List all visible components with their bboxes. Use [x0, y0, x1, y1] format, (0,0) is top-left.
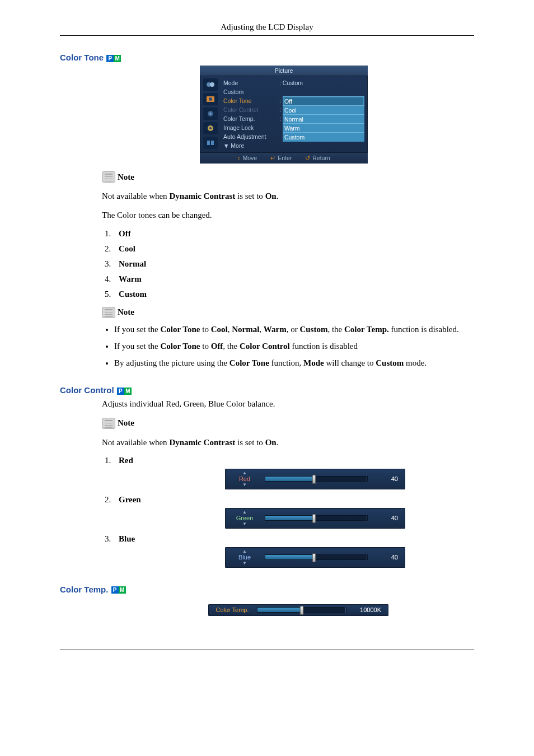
osd-label: Color Control — [223, 106, 279, 113]
list-item: Warm — [113, 274, 474, 284]
slider-track — [265, 554, 368, 560]
osd-foot-label: Return — [312, 155, 330, 161]
list-item: Cool — [113, 244, 474, 254]
note-block: Note — [102, 171, 474, 183]
slider-track — [257, 607, 346, 613]
note-label: Note — [118, 172, 134, 182]
slider-value: 10000K — [352, 606, 381, 613]
slider-thumb — [312, 553, 316, 562]
slider-color-temp: Color Temp. 10000K — [208, 604, 388, 616]
list-item-label: Red — [119, 456, 133, 465]
slider-fill — [265, 477, 314, 481]
section-heading-text: Color Temp. — [60, 585, 108, 594]
slider-thumb — [312, 514, 316, 523]
slider-green: ▲Green▼ 40 — [225, 508, 405, 529]
p-icon: P — [111, 586, 119, 594]
note-block: Note — [102, 307, 474, 318]
osd-dropdown: Normal — [283, 114, 364, 124]
color-tone-options-list: Off Cool Normal Warm Custom — [102, 229, 474, 299]
osd-foot-label: Enter — [278, 155, 292, 161]
osd-icon-multi — [203, 137, 218, 149]
osd-label: Custom — [223, 88, 279, 95]
page: Adjusting the LCD Display Color Tone PM … — [60, 22, 474, 673]
enter-icon — [270, 155, 275, 161]
osd-row-disabled: Color Control : Cool — [223, 105, 364, 114]
list-item-label: Cool — [119, 244, 135, 253]
osd-foot-move: Move — [237, 155, 257, 161]
list-item: If you set the Color Tone to Off, the Co… — [114, 340, 474, 352]
list-item: Green ▲Green▼ 40 — [113, 495, 474, 529]
note-label: Note — [118, 418, 134, 428]
arrow-down-icon: ▼ — [242, 561, 247, 566]
osd-dropdown: Custom — [283, 132, 364, 142]
note-icon — [102, 307, 115, 318]
osd-dropdown: Cool — [283, 105, 364, 115]
list-item: Red ▲Red▼ 40 — [113, 456, 474, 489]
osd-row: Color Temp. : Normal — [223, 114, 364, 123]
paragraph: The Color tones can be changed. — [102, 209, 474, 221]
osd-icon-sound — [203, 108, 218, 120]
slider-label: ▲Red▼ — [230, 471, 259, 487]
return-icon — [305, 155, 310, 161]
list-item-label: Warm — [119, 274, 142, 283]
osd-main: Mode: Custom Custom Color Tone : Off Col… — [221, 76, 368, 152]
osd-label: Auto Adjustment — [223, 133, 279, 140]
slider-thumb — [300, 606, 304, 615]
header-rule — [60, 35, 474, 36]
note-block: Note — [102, 418, 474, 429]
osd-row: Custom — [223, 87, 364, 96]
arrow-down-icon: ▼ — [242, 483, 247, 487]
osd-dropdown: Warm — [283, 123, 364, 133]
note-paragraph: Not available when Dynamic Contrast is s… — [102, 190, 474, 202]
section-body-color-tone: Note Not available when Dynamic Contrast… — [102, 171, 474, 368]
osd-label: Color Tone — [223, 97, 279, 104]
osd-icon-input — [203, 78, 218, 91]
slider-value: 40 — [373, 515, 398, 521]
m-icon: M — [119, 586, 126, 594]
osd-icon-setup — [203, 122, 218, 134]
osd-row: Auto Adjustment Custom — [223, 132, 364, 141]
slider-name: Blue — [238, 554, 251, 561]
slider-name: Red — [239, 475, 250, 483]
slider-tick — [367, 476, 367, 482]
osd-dropdown: Off — [283, 96, 364, 106]
list-item-label: Normal — [119, 259, 146, 268]
osd-foot-return: Return — [305, 155, 330, 161]
osd-value: : Custom — [279, 80, 364, 86]
p-icon: P — [106, 55, 114, 62]
osd-label: Image Lock — [223, 124, 279, 131]
osd-dd-item: Cool — [284, 106, 363, 114]
slider-fill — [265, 555, 314, 559]
slider-fill — [257, 608, 302, 612]
pm-badge: PM — [106, 55, 121, 62]
slider-fill — [265, 516, 314, 520]
list-item: Blue ▲Blue▼ 40 — [113, 534, 474, 568]
osd-row-highlight: Color Tone : Off — [223, 96, 364, 105]
osd-title: Picture — [200, 66, 368, 76]
arrow-up-icon: ▲ — [242, 549, 247, 554]
osd-dd-item: Normal — [284, 115, 363, 123]
slider-thumb — [312, 475, 316, 484]
osd-dd-item: Warm — [284, 124, 363, 132]
note-label: Note — [118, 307, 134, 317]
osd-body: Mode: Custom Custom Color Tone : Off Col… — [200, 76, 368, 152]
section-heading-text: Color Tone — [60, 53, 104, 62]
osd-sidebar — [200, 76, 221, 152]
section-heading-text: Color Control — [60, 385, 114, 395]
slider-tick — [367, 515, 367, 521]
slider-tick — [367, 554, 367, 560]
slider-blue: ▲Blue▼ 40 — [225, 547, 405, 568]
osd-label: Color Temp. — [223, 115, 279, 122]
osd-label: ▼ More — [223, 142, 279, 149]
slider-track — [265, 476, 368, 482]
arrow-down-icon: ▼ — [242, 522, 247, 526]
list-item-label: Green — [119, 495, 141, 504]
svg-rect-8 — [207, 141, 210, 145]
arrow-up-icon: ▲ — [242, 510, 247, 515]
section-heading-color-temp: Color Temp. PM — [60, 585, 474, 594]
section-body-color-control: Adjusts individual Red, Green, Blue Colo… — [102, 398, 474, 568]
osd-row: Image Lock Warm — [223, 123, 364, 132]
section-body-color-temp: Color Temp. 10000K — [102, 604, 474, 616]
m-icon: M — [114, 55, 121, 62]
slider-tick — [345, 607, 346, 613]
